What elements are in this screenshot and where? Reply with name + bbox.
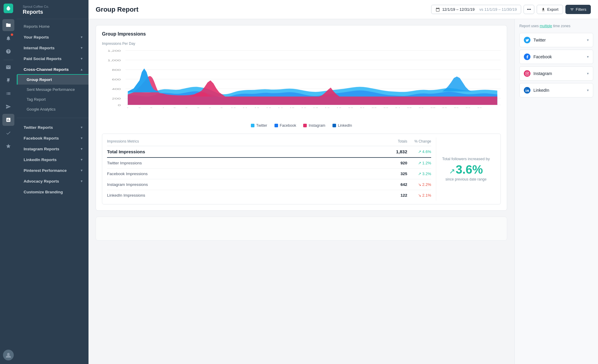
svg-text:13: 13 bbox=[266, 107, 271, 108]
svg-text:27: 27 bbox=[430, 107, 436, 108]
page-header: Group Report 12/1/19 – 12/31/19 vs 11/1/… bbox=[89, 0, 598, 19]
filter-label-twitter: Twitter bbox=[533, 38, 546, 42]
date-range-current: 12/1/19 – 12/31/19 bbox=[442, 7, 475, 12]
chevron-up-icon: ▴ bbox=[81, 68, 83, 71]
svg-text:2: 2 bbox=[138, 107, 141, 108]
filter-row-facebook[interactable]: Facebook ▾ bbox=[520, 50, 593, 64]
filter-section-facebook: Facebook ▾ bbox=[519, 50, 593, 64]
filter-row-linkedin[interactable]: LinkedIn ▾ bbox=[520, 83, 593, 97]
row-change-linkedin: ↘ 2.1% bbox=[414, 193, 431, 198]
svg-text:5: 5 bbox=[173, 107, 176, 108]
svg-text:25: 25 bbox=[407, 107, 412, 108]
nav-your-reports[interactable]: Your Reports ▾ bbox=[17, 31, 89, 42]
sidebar-icon-pin[interactable] bbox=[2, 74, 14, 86]
svg-point-50 bbox=[526, 89, 526, 89]
filter-section-linkedin: LinkedIn ▾ bbox=[519, 83, 593, 97]
nav-instagram-reports[interactable]: Instagram Reports ▾ bbox=[17, 143, 89, 154]
legend-instagram-label: Instagram bbox=[309, 123, 325, 128]
svg-text:1,200: 1,200 bbox=[108, 49, 121, 52]
header-controls: 12/1/19 – 12/31/19 vs 11/1/19 – 11/30/19… bbox=[431, 5, 591, 14]
export-button[interactable]: Export bbox=[537, 5, 563, 14]
nav-facebook-reports[interactable]: Facebook Reports ▾ bbox=[17, 132, 89, 143]
nav-cross-channel[interactable]: Cross-Channel Reports ▴ bbox=[17, 64, 89, 75]
svg-text:15: 15 bbox=[289, 107, 295, 108]
nav-google-analytics[interactable]: Google Analytics bbox=[17, 104, 89, 114]
svg-text:9: 9 bbox=[220, 107, 223, 108]
nav-paid-social[interactable]: Paid Social Reports ▾ bbox=[17, 53, 89, 64]
app-logo bbox=[4, 4, 13, 13]
date-range-previous: vs 11/1/19 – 11/30/19 bbox=[479, 7, 517, 12]
filters-button[interactable]: Filters bbox=[565, 5, 591, 14]
nav-reports-home[interactable]: Reports Home bbox=[17, 22, 89, 31]
svg-text:24: 24 bbox=[395, 107, 400, 108]
main-content: Group Impressions Impressions Per Day 1,… bbox=[89, 19, 514, 364]
nav-advocacy[interactable]: Advocacy Reports ▾ bbox=[17, 175, 89, 186]
metrics-col-label: Totals Impressions Metrics bbox=[107, 139, 139, 143]
svg-text:10: 10 bbox=[231, 107, 236, 108]
metrics-row-linkedin: LinkedIn Impressions 122 ↘ 2.1% bbox=[107, 190, 431, 201]
legend-dot-linkedin bbox=[332, 124, 336, 127]
filter-section-twitter: Twitter ▾ bbox=[519, 33, 593, 47]
row-label-total: Total Impressions bbox=[107, 149, 145, 154]
sidebar-icon-inbox[interactable] bbox=[2, 61, 14, 73]
filter-label-facebook: Facebook bbox=[533, 54, 552, 59]
sidebar-icon-star[interactable] bbox=[2, 140, 14, 152]
sidebar-icon-chart[interactable] bbox=[2, 114, 14, 126]
nav-linkedin-reports-label: LinkedIn Reports bbox=[24, 157, 57, 162]
icon-sidebar bbox=[0, 0, 17, 364]
svg-text:600: 600 bbox=[112, 78, 121, 81]
nav-group-report[interactable]: Group Report bbox=[17, 75, 89, 85]
chart-subtitle: Impressions Per Day bbox=[102, 42, 501, 46]
svg-text:14: 14 bbox=[278, 107, 283, 108]
svg-text:11: 11 bbox=[242, 107, 248, 108]
svg-text:1,000: 1,000 bbox=[108, 59, 121, 62]
nav-your-reports-label: Your Reports bbox=[24, 35, 49, 39]
metrics-col-change-header: % Change bbox=[414, 139, 431, 143]
nav-customize-branding[interactable]: Customize Branding bbox=[17, 186, 89, 197]
nav-sent-message-performance[interactable]: Sent Message Performance bbox=[17, 85, 89, 94]
right-panel: Report uses multiple time zones Twitter … bbox=[514, 19, 598, 364]
row-label-linkedin: LinkedIn Impressions bbox=[107, 193, 145, 198]
sidebar-icon-bell[interactable] bbox=[2, 32, 14, 44]
svg-text:23: 23 bbox=[383, 107, 389, 108]
timezone-note-link[interactable]: multiple bbox=[540, 24, 552, 28]
nav-header: Sprout Coffee Co. Reports bbox=[17, 0, 89, 19]
nav-internal-reports[interactable]: Internal Reports ▾ bbox=[17, 42, 89, 53]
followers-sub: since previous date range bbox=[446, 177, 486, 181]
metrics-table: Totals Impressions Metrics Totals % Chan… bbox=[107, 137, 431, 201]
legend-dot-twitter bbox=[251, 124, 254, 127]
svg-text:6: 6 bbox=[185, 107, 188, 108]
sidebar-icon-send[interactable] bbox=[2, 101, 14, 113]
filter-row-twitter[interactable]: Twitter ▾ bbox=[520, 33, 593, 47]
followers-arrow-icon: ↗ bbox=[449, 167, 455, 175]
more-options-button[interactable]: ••• bbox=[524, 5, 534, 14]
chevron-down-icon: ▾ bbox=[81, 136, 83, 140]
group-impressions-card: Group Impressions Impressions Per Day 1,… bbox=[96, 25, 507, 211]
svg-text:18: 18 bbox=[325, 107, 330, 108]
instagram-icon bbox=[524, 70, 530, 77]
export-label: Export bbox=[547, 7, 559, 12]
nav-tag-report[interactable]: Tag Report bbox=[17, 94, 89, 104]
filter-chevron-linkedin: ▾ bbox=[587, 88, 589, 92]
linkedin-icon bbox=[524, 87, 530, 94]
svg-text:22: 22 bbox=[372, 107, 377, 108]
sidebar-icon-tasks[interactable] bbox=[2, 127, 14, 139]
svg-text:28: 28 bbox=[442, 107, 447, 108]
svg-text:17: 17 bbox=[313, 107, 318, 108]
nav-pinterest-label: Pinterest Performance bbox=[24, 168, 67, 173]
nav-twitter-reports[interactable]: Twitter Reports ▾ bbox=[17, 122, 89, 132]
row-change-total: ↗ 4.6% bbox=[414, 149, 431, 154]
date-range-button[interactable]: 12/1/19 – 12/31/19 vs 11/1/19 – 11/30/19 bbox=[431, 5, 521, 14]
filter-chevron-instagram: ▾ bbox=[587, 71, 589, 76]
svg-text:800: 800 bbox=[112, 68, 121, 71]
sidebar-icon-list[interactable] bbox=[2, 88, 14, 100]
user-avatar[interactable] bbox=[3, 350, 14, 360]
sidebar-icon-help[interactable] bbox=[2, 45, 14, 57]
metrics-row-facebook: Facebook Impressions 325 ↗ 3.2% bbox=[107, 169, 431, 179]
filter-row-instagram[interactable]: Instagram ▾ bbox=[520, 67, 593, 80]
impressions-chart: 1,200 1,000 800 600 400 200 0 bbox=[102, 48, 501, 120]
row-total-twitter: 920 bbox=[393, 161, 407, 165]
sidebar-icon-folder[interactable] bbox=[2, 19, 14, 31]
nav-pinterest[interactable]: Pinterest Performance ▾ bbox=[17, 165, 89, 175]
nav-linkedin-reports[interactable]: LinkedIn Reports ▾ bbox=[17, 154, 89, 165]
